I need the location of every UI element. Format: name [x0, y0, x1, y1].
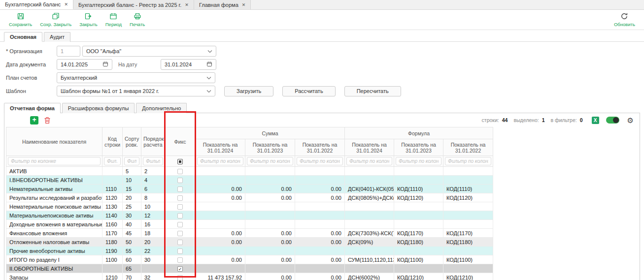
col-header-name[interactable]: Наименование показателя: [6, 127, 102, 156]
filter-input-sum-2024[interactable]: [197, 157, 243, 165]
save-close-button[interactable]: Сохр. Закрыть: [36, 10, 75, 29]
recalculate-button[interactable]: Пересчитать: [344, 86, 401, 96]
fix-checkbox[interactable]: ✓: [177, 266, 183, 272]
col-header-formula-2022[interactable]: Показатель на 31.01.2022: [443, 139, 493, 156]
cell-formula-2023: [394, 202, 443, 211]
window-tab-balance[interactable]: Бухгалтерский баланс ✕: [0, 0, 73, 9]
fix-checkbox[interactable]: [177, 222, 183, 227]
fix-checkbox[interactable]: [177, 240, 183, 245]
load-button[interactable]: Загрузить: [224, 86, 273, 96]
col-header-sum-2023[interactable]: Показатель на 31.01.2023: [245, 139, 295, 156]
cell-sum-2022: [295, 220, 345, 229]
settings-gear-icon[interactable]: ⚙: [627, 117, 634, 124]
add-row-button[interactable]: +: [30, 116, 38, 124]
filter-input-code[interactable]: [104, 157, 121, 165]
print-button[interactable]: Печать: [126, 10, 149, 29]
period-button[interactable]: Период: [102, 10, 126, 29]
fix-checkbox[interactable]: [177, 169, 183, 174]
col-header-fix[interactable]: Фикс: [165, 127, 196, 156]
excel-export-icon[interactable]: X: [592, 117, 599, 124]
filter-input-formula-2024[interactable]: [346, 157, 392, 165]
table-row[interactable]: Финансовые вложения 1170 45 18 0.00 0.00…: [6, 229, 493, 238]
table-row[interactable]: Доходные вложения в материальные ц... 11…: [6, 220, 493, 229]
col-header-formula-2023[interactable]: Показатель на 31.01.2023: [394, 139, 443, 156]
table-row[interactable]: Результаты исследований и разработок 112…: [6, 193, 493, 202]
col-header-sum-2022[interactable]: Показатель на 31.01.2022: [295, 139, 345, 156]
save-button[interactable]: Сохранить: [5, 10, 36, 29]
filter-input-order[interactable]: [143, 157, 163, 165]
delete-row-button[interactable]: [44, 117, 51, 124]
tab-close-icon[interactable]: ✕: [242, 2, 246, 7]
calendar-icon[interactable]: [102, 61, 108, 68]
on-date-field[interactable]: 31.01.2024: [161, 59, 216, 70]
doc-date-label: Дата документа: [6, 62, 57, 67]
table-row[interactable]: ИТОГО по разделу I 1100 60 30 0.00 0.00 …: [6, 255, 493, 264]
tab-main[interactable]: Основная: [4, 32, 42, 42]
template-select[interactable]: Шаблон формы №1 от 1 января 2022 г.: [57, 86, 215, 96]
cell-fix: [165, 238, 196, 247]
tab-formula-details[interactable]: Расшифровка формулы: [62, 103, 135, 113]
table-row[interactable]: Запасы 1210 70 32 11 473 157.92 0.00 0.0…: [6, 273, 493, 280]
window-tab-label: Бухгалтерский баланс: [5, 1, 61, 7]
table-row[interactable]: АКТИВ 5 2: [6, 167, 493, 176]
fix-checkbox[interactable]: [177, 213, 183, 218]
close-form-button[interactable]: Закрыть: [75, 10, 102, 29]
period-label: Период: [105, 22, 122, 27]
fix-checkbox[interactable]: [177, 195, 183, 201]
tab-close-icon[interactable]: ✕: [64, 2, 68, 7]
filter-input-sum-2022[interactable]: [297, 157, 343, 165]
cell-formula-2024: [345, 211, 394, 220]
calendar-icon[interactable]: [206, 61, 212, 68]
col-header-sum-2024[interactable]: Показатель на 31.01.2024: [196, 139, 245, 156]
col-header-sort[interactable]: Сорту ровк.: [123, 127, 141, 156]
table-row[interactable]: Отложенные налоговые активы 1180 50 20 0…: [6, 238, 493, 247]
col-header-code[interactable]: Код строки: [102, 127, 123, 156]
grid-status: строки: 44 выделено: 1 в фильтре: 0 X ⚙: [482, 117, 634, 124]
table-row[interactable]: Нематериальные поисковые активы 1130 25 …: [6, 202, 493, 211]
fix-checkbox[interactable]: [177, 257, 183, 263]
chart-of-accounts-select[interactable]: Бухгалтерский: [57, 72, 215, 83]
filter-input-formula-2023[interactable]: [396, 157, 441, 165]
window-tab-registry[interactable]: Бухгалтерский баланс - Реестр за 2025 г.…: [73, 0, 194, 9]
table-row[interactable]: II.ОБОРОТНЫЕ АКТИВЫ 65 ✓: [6, 264, 493, 273]
fix-checkbox[interactable]: [177, 178, 183, 183]
organization-code-field[interactable]: 1: [57, 46, 80, 57]
fix-select-all-checkbox[interactable]: [177, 159, 183, 164]
table-row[interactable]: Прочие внеоборотные активы 1190 55 22: [6, 247, 493, 255]
cell-code: 1180: [102, 238, 123, 247]
table-row[interactable]: Нематериальные активы 1110 15 6 0.00 0.0…: [6, 185, 493, 193]
organization-select[interactable]: ООО "Альфа": [82, 46, 216, 57]
filtered-count-label: в фильтре:: [551, 117, 577, 123]
fix-checkbox[interactable]: [177, 187, 183, 192]
print-icon: [134, 12, 141, 21]
refresh-button[interactable]: Обновить: [610, 10, 639, 29]
tab-close-icon[interactable]: ✕: [185, 2, 189, 7]
calculate-button[interactable]: Рассчитать: [282, 86, 335, 96]
cell-formula-2024: СУМ(1110,1120,113...: [345, 255, 394, 264]
tab-audit[interactable]: Аудит: [44, 32, 70, 42]
filter-toggle[interactable]: [606, 117, 619, 124]
tab-report-form[interactable]: Отчетная форма: [4, 103, 61, 113]
fix-checkbox[interactable]: [177, 231, 183, 236]
cell-fix: [165, 167, 196, 176]
table-row[interactable]: Материальныепоисковые активы 1140 30 12: [6, 211, 493, 220]
refresh-label: Обновить: [614, 22, 635, 27]
cell-formula-2024: [345, 264, 394, 273]
fix-checkbox[interactable]: [177, 275, 183, 280]
filter-input-formula-2022[interactable]: [445, 157, 491, 165]
fix-checkbox[interactable]: [177, 204, 183, 210]
table-row[interactable]: I.ВНЕОБОРОТНЫЕ АКТИВЫ 10 4: [6, 176, 493, 185]
col-header-order[interactable]: Порядок расчета: [141, 127, 165, 156]
filter-input-sum-2023[interactable]: [247, 157, 293, 165]
on-date-value: 31.01.2024: [165, 62, 192, 67]
filter-input-sort[interactable]: [124, 157, 139, 165]
window-tab-main-form[interactable]: Главная форма ✕: [194, 0, 251, 9]
cell-fix: ✓: [165, 264, 196, 273]
fix-checkbox[interactable]: [177, 249, 183, 254]
col-header-formula-2024[interactable]: Показатель на 31.01.2024: [345, 139, 394, 156]
filter-input-name[interactable]: [8, 157, 101, 165]
tab-additional[interactable]: Дополнительно: [136, 103, 187, 113]
cell-sum-2024: [196, 167, 245, 176]
grid-toolbar: + строки: 44 выделено: 1 в фильтре: 0 X …: [4, 113, 640, 127]
doc-date-field[interactable]: 14.01.2025: [57, 59, 112, 70]
